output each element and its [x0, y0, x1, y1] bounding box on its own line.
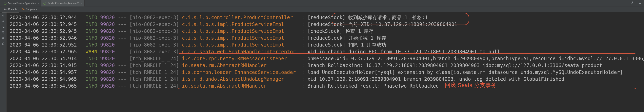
print-icon[interactable] — [2, 37, 5, 39]
log-timestamp: 2020-04-06 22:30:52.952 — [10, 41, 77, 48]
svg-rect-7 — [3, 37, 4, 38]
log-thread: [nio-8082-exec-3] — [129, 41, 179, 48]
toolbar-gutter — [0, 12, 6, 112]
log-message: [checkStock] 检查 1 库存 — [308, 28, 374, 35]
log-timestamp: 2020-04-06 22:30:54.965 — [10, 76, 77, 83]
log-sep: : — [299, 76, 308, 83]
log-timestamp: 2020-04-06 22:30:52.944 — [10, 14, 77, 21]
log-timestamp: 2020-04-06 22:30:52.946 — [10, 35, 77, 41]
console-output[interactable]: 2020-04-06 22:30:52.944 INFO 99820 --- [… — [6, 12, 644, 112]
log-thread: [tch_RMROLE_1_24] — [129, 83, 179, 90]
log-line: 2020-04-06 22:30:52.952 INFO 99820 --- [… — [10, 41, 644, 48]
log-thread: [nio-8082-exec-3] — [129, 35, 179, 41]
log-timestamp: 2020-04-06 22:30:52.945 — [10, 28, 77, 35]
log-sep: : — [299, 21, 308, 28]
subtab-console[interactable]: Console — [2, 6, 20, 12]
log-pid: 99820 — [97, 83, 115, 90]
log-timestamp: 2020-04-06 22:30:54.914 — [10, 55, 77, 62]
soft-wrap-icon[interactable] — [2, 25, 5, 28]
log-message: xid 10.37.129.2:18091:2039804901 branch … — [308, 76, 564, 83]
log-thread: [tch_RMROLE_1_24] — [129, 76, 179, 83]
log-message: [reduceStock] 扣除 1 库存成功 — [308, 41, 386, 48]
log-pid: 99820 — [97, 21, 115, 28]
down-arrow-icon[interactable] — [2, 20, 5, 22]
scroll-to-end-icon[interactable] — [2, 31, 5, 34]
log-level: INFO — [77, 41, 97, 48]
log-pid: 99820 — [97, 35, 115, 41]
log-level: INFO — [77, 69, 97, 76]
up-arrow-icon[interactable] — [2, 14, 5, 17]
log-sep: : — [299, 28, 308, 35]
log-dash: --- — [115, 69, 129, 76]
log-line: 2020-04-06 22:30:52.945 INFO 99820 --- [… — [10, 21, 644, 28]
log-class: c.i.s.l.p.controller.ProductController — [179, 14, 298, 21]
log-class: io.seata.rm.AbstractRMHandler — [179, 62, 298, 69]
spring-boot-icon — [44, 2, 46, 5]
log-message: Branch Rollbacked result: PhaseTwo_Rollb… — [308, 83, 439, 90]
log-message: onMessage:xid=10.37.129.2:18091:20398049… — [308, 55, 644, 62]
close-icon[interactable]: × — [80, 2, 82, 5]
minimize-icon[interactable] — [636, 1, 644, 5]
log-class: c.i.s.l.p.s.impl.ProductServiceImpl — [179, 28, 298, 35]
spring-boot-icon — [4, 2, 6, 5]
log-timestamp: 2020-04-06 22:30:54.965 — [10, 83, 77, 90]
log-line: 2020-04-06 22:30:54.914 INFO 99820 --- [… — [10, 55, 644, 62]
svg-point-4 — [22, 8, 23, 9]
log-level: INFO — [77, 28, 97, 35]
terminal-icon — [4, 7, 7, 11]
log-dash: --- — [115, 48, 129, 55]
endpoints-icon — [22, 7, 25, 11]
log-line: 2020-04-06 22:30:54.915 INFO 99820 --- [… — [10, 62, 644, 69]
svg-point-2 — [632, 2, 633, 3]
log-dash: --- — [115, 76, 129, 83]
svg-rect-9 — [2, 43, 4, 45]
log-thread: [nio-8082-exec-3] — [129, 21, 179, 28]
log-level: WARN — [77, 48, 97, 55]
log-sep: : — [299, 69, 308, 76]
clear-icon[interactable] — [2, 42, 5, 45]
log-dash: --- — [115, 35, 129, 41]
svg-point-5 — [24, 9, 24, 10]
log-level: INFO — [77, 76, 97, 83]
log-class: i.s.r.d.undo.AbstractUndoLogManager — [179, 76, 298, 83]
run-config-tabbar: AccountServiceApplication × ProductServi… — [0, 0, 644, 6]
log-level: INFO — [77, 62, 97, 69]
log-level: INFO — [77, 35, 97, 41]
log-message: [reduceStock] 当前 XID: 10.37.129.2:18091:… — [308, 21, 457, 28]
log-level: INFO — [77, 83, 97, 90]
gear-icon[interactable] — [628, 1, 636, 5]
log-pid: 99820 — [97, 62, 115, 69]
log-thread: [tch_RMROLE_1_24] — [129, 62, 179, 69]
log-sep: : — [299, 14, 308, 21]
log-sep: : — [299, 41, 308, 48]
log-line: 2020-04-06 22:30:54.965 INFO 99820 --- [… — [10, 76, 644, 83]
log-pid: 99820 — [97, 69, 115, 76]
log-class: c.i.s.l.p.s.impl.ProductServiceImpl — [179, 21, 298, 28]
log-dash: --- — [115, 55, 129, 62]
tab-product-service[interactable]: ProductServiceApplication (2) × — [42, 0, 84, 6]
subtab-label: Console — [8, 8, 17, 11]
console-pane: 2020-04-06 22:30:52.944 INFO 99820 --- [… — [0, 12, 644, 112]
log-sep: : — [299, 48, 308, 55]
log-message: Branch Rollbacking: 10.37.129.2:18091:20… — [308, 62, 602, 69]
log-pid: 99820 — [97, 55, 115, 62]
log-pid: 99820 — [97, 14, 115, 21]
log-level: INFO — [77, 21, 97, 28]
log-dash: --- — [115, 14, 129, 21]
svg-rect-3 — [639, 3, 641, 4]
log-class: c.i.s.l.p.s.impl.ProductServiceImpl — [179, 35, 298, 41]
log-pid: 99820 — [97, 28, 115, 35]
log-dash: --- — [115, 62, 129, 69]
log-pid: 99820 — [97, 76, 115, 83]
log-timestamp: 2020-04-06 22:30:54.957 — [10, 69, 77, 76]
subtab-endpoints[interactable]: Endpoints — [20, 6, 39, 12]
log-sep: : — [299, 83, 308, 90]
subtab-bar: Console Endpoints — [0, 6, 644, 12]
log-thread: [nio-8082-exec-3] — [129, 28, 179, 35]
log-sep: : — [299, 62, 308, 69]
log-sep: : — [299, 35, 308, 41]
tab-account-service[interactable]: AccountServiceApplication × — [2, 0, 42, 6]
log-level: INFO — [77, 14, 97, 21]
close-icon[interactable]: × — [38, 2, 39, 5]
log-class: c.i.s.l.p.s.impl.ProductServiceImpl — [179, 41, 298, 48]
